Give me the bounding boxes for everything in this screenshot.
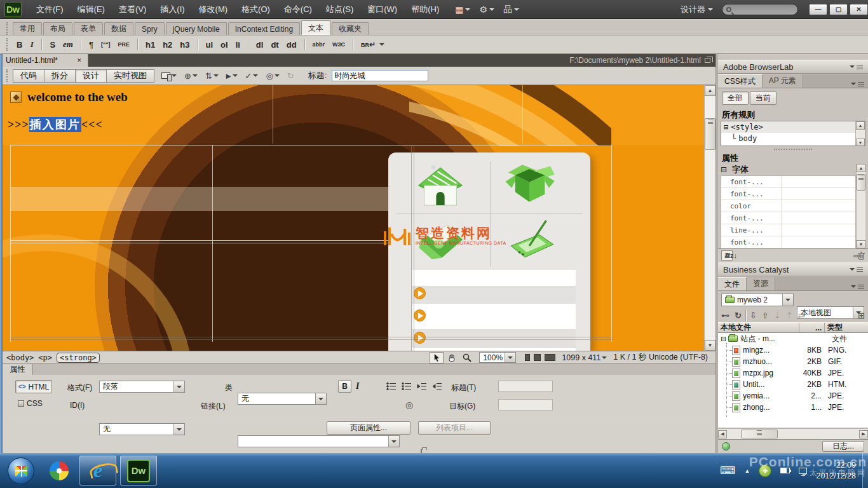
- file-row[interactable]: mzhuo...2KBGIF.: [718, 356, 868, 367]
- tag-selector-body[interactable]: <body>: [6, 353, 34, 362]
- file-row[interactable]: zhong...1...JPE.: [718, 402, 868, 413]
- link-field[interactable]: [238, 435, 400, 447]
- italic-button[interactable]: I: [26, 39, 37, 50]
- document-title-input[interactable]: [332, 70, 428, 81]
- menu-file[interactable]: 文件(F): [29, 0, 71, 19]
- synchronize-icon[interactable]: ⇄: [798, 311, 805, 320]
- zoom-level-select[interactable]: 100%: [479, 352, 516, 363]
- tab-css-styles[interactable]: CSS样式: [718, 74, 763, 88]
- css-properties-list[interactable]: font-... font-... color font-... line-..…: [721, 175, 856, 248]
- window-size-value[interactable]: 1099 x 411: [562, 353, 600, 362]
- disable-property-icon[interactable]: ∅: [858, 252, 864, 260]
- bold-toggle-button[interactable]: B: [338, 380, 351, 393]
- file-management-icon[interactable]: ⇅: [205, 71, 219, 81]
- insert-image-line[interactable]: >>> 插入图片 <<<: [8, 117, 103, 132]
- tag-selector-strong[interactable]: <strong>: [57, 353, 100, 363]
- collapse-icon[interactable]: ⊟: [724, 123, 728, 132]
- check-in-icon[interactable]: ⇡: [786, 311, 793, 320]
- rule-style-row[interactable]: ⊟ <style>: [721, 121, 865, 133]
- dropdown-arrow-button[interactable]: [505, 353, 515, 362]
- page-heading[interactable]: welcome to the web: [10, 90, 128, 104]
- tab-common[interactable]: 常用: [13, 22, 42, 35]
- canvas-vertical-scrollbar[interactable]: ▲ ▼: [704, 85, 715, 351]
- menu-insert[interactable]: 插入(I): [153, 0, 191, 19]
- show-hidden-icons[interactable]: ▲: [745, 468, 750, 474]
- site-menu-icon[interactable]: 品: [503, 4, 512, 15]
- dl-button[interactable]: dl: [252, 40, 268, 50]
- taskbar-dreamweaver-button[interactable]: Dw: [120, 456, 157, 485]
- workspace-switcher[interactable]: 设计器: [681, 4, 705, 15]
- css-props-scrollbar[interactable]: ▲ ▼: [856, 164, 865, 248]
- blockquote-button[interactable]: [""]: [97, 41, 114, 48]
- tab-spry[interactable]: Spry: [135, 22, 165, 35]
- css-rules-tree[interactable]: ⊟ <style> └ body ▲ ▼: [721, 121, 865, 146]
- tablet-size-icon[interactable]: [534, 354, 541, 361]
- class-select[interactable]: 无: [238, 393, 327, 405]
- bold-button[interactable]: B: [13, 40, 26, 50]
- expand-panel-icon[interactable]: ⊞: [858, 311, 865, 320]
- menu-format[interactable]: 格式(O): [234, 0, 277, 19]
- file-row[interactable]: mzpx.jpg40KBJPE.: [718, 367, 868, 379]
- get-files-icon[interactable]: ⇩: [750, 311, 757, 320]
- panel-menu-icon[interactable]: [850, 266, 863, 273]
- panel-menu-icon[interactable]: [850, 63, 863, 71]
- menu-window[interactable]: 窗口(W): [360, 0, 404, 19]
- column-size[interactable]: ...: [799, 323, 825, 332]
- css-property-row[interactable]: font-...: [721, 236, 855, 248]
- scrollbar-thumb[interactable]: [705, 118, 715, 150]
- live-view-options-icon[interactable]: ▶: [226, 72, 238, 79]
- chevron-down-icon[interactable]: [602, 356, 607, 362]
- html-mode-button[interactable]: <> HTML: [15, 380, 52, 393]
- preformatted-button[interactable]: PRE: [114, 41, 133, 48]
- check-browser-compat-icon[interactable]: ✓: [245, 71, 259, 81]
- panel-menu-icon[interactable]: [851, 80, 868, 88]
- tab-assets[interactable]: 资源: [747, 277, 775, 290]
- check-out-icon[interactable]: ⇣: [774, 311, 781, 320]
- split-view-button[interactable]: 拆分: [44, 69, 76, 83]
- show-list-view-button[interactable]: **↓: [725, 252, 734, 259]
- css-property-row[interactable]: font-...: [721, 176, 855, 188]
- collapse-icon[interactable]: ⊟: [721, 335, 726, 343]
- scroll-right-button[interactable]: ▶: [859, 430, 868, 438]
- dropdown-arrow-button[interactable]: [315, 393, 326, 404]
- taskbar-app-icon[interactable]: [50, 461, 69, 480]
- layout-switcher-icon[interactable]: ▦: [455, 4, 463, 15]
- restore-window-icon[interactable]: [705, 58, 710, 63]
- tab-layout[interactable]: 布局: [43, 22, 72, 35]
- emphasis-button[interactable]: em: [59, 39, 77, 50]
- dropdown-arrow-button[interactable]: [173, 381, 184, 392]
- local-files-tree[interactable]: ⊟ 站点 - m... 文件 mingz...8KBPNG. mzhuo...2…: [718, 333, 868, 428]
- refresh-icon[interactable]: ↻: [735, 311, 742, 320]
- drag-grip-icon[interactable]: [6, 38, 9, 51]
- css-property-row[interactable]: line-...: [721, 224, 855, 236]
- list-items-button[interactable]: 列表项目...: [418, 421, 491, 435]
- extensions-gear-icon[interactable]: ⚙: [479, 4, 487, 15]
- rules-scrollbar[interactable]: ▲ ▼: [855, 121, 865, 146]
- css-mode-button[interactable]: CSS: [18, 399, 43, 408]
- dropdown-arrow-button[interactable]: [388, 436, 399, 447]
- selected-text[interactable]: 插入图片: [29, 117, 81, 132]
- log-button[interactable]: 日志...: [822, 441, 864, 452]
- menu-edit[interactable]: 编辑(E): [71, 0, 112, 19]
- abbr-button[interactable]: abbr: [309, 41, 329, 48]
- minimize-button[interactable]: —: [809, 4, 827, 15]
- desktop-size-icon[interactable]: [545, 354, 555, 361]
- css-property-row[interactable]: font-...: [721, 188, 855, 200]
- connect-icon[interactable]: ⊷: [721, 311, 729, 320]
- file-row[interactable]: yemia...2...JPE.: [718, 390, 868, 402]
- code-view-button[interactable]: 代码: [13, 69, 44, 83]
- scroll-down-button[interactable]: ▼: [856, 139, 865, 146]
- tab-incontext-editing[interactable]: InContext Editing: [228, 22, 300, 35]
- scroll-up-button[interactable]: ▲: [856, 121, 865, 130]
- mobile-size-icon[interactable]: [525, 354, 530, 361]
- browserlab-panel-header[interactable]: Adobe BrowserLab: [718, 60, 868, 74]
- select-tool[interactable]: [430, 352, 444, 363]
- start-button[interactable]: [8, 458, 34, 484]
- preview-in-browser-icon[interactable]: ⊕: [184, 71, 198, 81]
- zoom-tool[interactable]: [460, 352, 474, 363]
- scroll-up-button[interactable]: ▲: [705, 85, 715, 96]
- file-row[interactable]: Untit...2KBHTM.: [718, 379, 868, 390]
- design-view-canvas[interactable]: 智造资料网 INTELLIGENT MANUFACTURING DATA wel…: [3, 85, 704, 351]
- menu-commands[interactable]: 命令(C): [277, 0, 319, 19]
- drag-grip-icon[interactable]: [6, 69, 9, 82]
